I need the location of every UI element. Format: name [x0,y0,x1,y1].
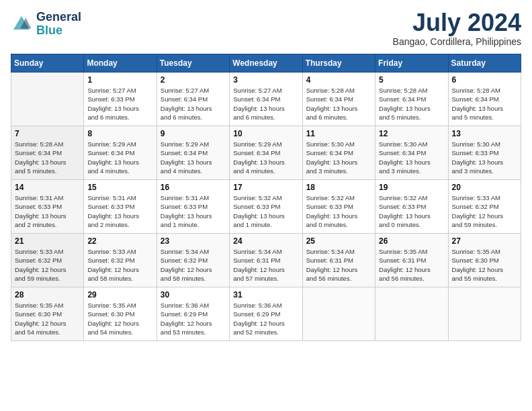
day-number: 3 [233,75,298,85]
calendar-cell: 4Sunrise: 5:28 AM Sunset: 6:34 PM Daylig… [302,73,375,126]
day-number: 21 [15,236,80,246]
week-row-5: 28Sunrise: 5:35 AM Sunset: 6:30 PM Dayli… [11,287,521,341]
week-row-2: 7Sunrise: 5:28 AM Sunset: 6:34 PM Daylig… [11,126,521,180]
day-number: 14 [15,183,80,192]
column-header-thursday: Thursday [302,54,375,73]
day-info: Sunrise: 5:31 AM Sunset: 6:33 PM Dayligh… [161,193,226,229]
calendar-cell: 29Sunrise: 5:35 AM Sunset: 6:30 PM Dayli… [84,287,157,341]
calendar-cell: 22Sunrise: 5:33 AM Sunset: 6:32 PM Dayli… [84,234,157,287]
day-info: Sunrise: 5:35 AM Sunset: 6:30 PM Dayligh… [452,247,517,283]
day-info: Sunrise: 5:36 AM Sunset: 6:29 PM Dayligh… [161,301,226,336]
calendar-cell: 28Sunrise: 5:35 AM Sunset: 6:30 PM Dayli… [11,287,84,341]
calendar-cell: 2Sunrise: 5:27 AM Sunset: 6:34 PM Daylig… [157,73,229,126]
day-number: 10 [233,129,298,138]
day-info: Sunrise: 5:32 AM Sunset: 6:33 PM Dayligh… [379,193,444,229]
day-info: Sunrise: 5:27 AM Sunset: 6:34 PM Dayligh… [161,86,226,122]
title-block: July 2024 Bangao, Cordillera, Philippine… [393,11,521,47]
column-header-friday: Friday [375,54,448,73]
day-number: 7 [15,129,80,138]
week-row-1: 1Sunrise: 5:27 AM Sunset: 6:33 PM Daylig… [11,73,521,126]
calendar-cell: 18Sunrise: 5:32 AM Sunset: 6:33 PM Dayli… [302,180,375,234]
calendar-cell [375,287,448,341]
calendar-cell: 23Sunrise: 5:34 AM Sunset: 6:32 PM Dayli… [157,234,229,287]
day-info: Sunrise: 5:27 AM Sunset: 6:34 PM Dayligh… [233,86,298,122]
day-number: 12 [379,129,444,138]
column-header-wednesday: Wednesday [230,54,302,73]
day-info: Sunrise: 5:36 AM Sunset: 6:29 PM Dayligh… [233,301,298,336]
calendar-cell: 5Sunrise: 5:28 AM Sunset: 6:34 PM Daylig… [375,73,448,126]
day-info: Sunrise: 5:30 AM Sunset: 6:34 PM Dayligh… [306,140,371,175]
day-number: 18 [306,183,371,192]
day-number: 11 [306,129,371,138]
calendar-cell: 9Sunrise: 5:29 AM Sunset: 6:34 PM Daylig… [157,126,229,180]
calendar-cell: 13Sunrise: 5:30 AM Sunset: 6:33 PM Dayli… [448,126,521,180]
day-info: Sunrise: 5:35 AM Sunset: 6:30 PM Dayligh… [15,301,80,336]
calendar-header-row: SundayMondayTuesdayWednesdayThursdayFrid… [11,54,521,73]
calendar-cell: 3Sunrise: 5:27 AM Sunset: 6:34 PM Daylig… [230,73,302,126]
column-header-saturday: Saturday [448,54,521,73]
day-info: Sunrise: 5:33 AM Sunset: 6:32 PM Dayligh… [15,247,80,283]
day-info: Sunrise: 5:34 AM Sunset: 6:31 PM Dayligh… [306,247,371,283]
day-info: Sunrise: 5:33 AM Sunset: 6:32 PM Dayligh… [452,193,517,229]
week-row-3: 14Sunrise: 5:31 AM Sunset: 6:33 PM Dayli… [11,180,521,234]
day-info: Sunrise: 5:31 AM Sunset: 6:33 PM Dayligh… [87,193,152,229]
calendar-cell: 25Sunrise: 5:34 AM Sunset: 6:31 PM Dayli… [302,234,375,287]
day-number: 28 [15,290,80,300]
day-number: 27 [452,236,517,246]
calendar-cell: 16Sunrise: 5:31 AM Sunset: 6:33 PM Dayli… [157,180,229,234]
day-number: 15 [87,183,152,192]
calendar-cell [11,73,84,126]
day-info: Sunrise: 5:32 AM Sunset: 6:33 PM Dayligh… [306,193,371,229]
calendar-cell: 30Sunrise: 5:36 AM Sunset: 6:29 PM Dayli… [157,287,229,341]
calendar-cell: 1Sunrise: 5:27 AM Sunset: 6:33 PM Daylig… [84,73,157,126]
day-info: Sunrise: 5:33 AM Sunset: 6:32 PM Dayligh… [87,247,152,283]
day-info: Sunrise: 5:34 AM Sunset: 6:31 PM Dayligh… [233,247,298,283]
logo-text: General Blue [36,11,81,38]
calendar-table: SundayMondayTuesdayWednesdayThursdayFrid… [11,54,521,341]
day-info: Sunrise: 5:32 AM Sunset: 6:33 PM Dayligh… [233,193,298,229]
day-number: 1 [87,75,152,85]
calendar-cell: 31Sunrise: 5:36 AM Sunset: 6:29 PM Dayli… [230,287,302,341]
day-number: 5 [379,75,444,85]
day-number: 29 [87,290,152,300]
day-number: 6 [452,75,517,85]
calendar-cell: 26Sunrise: 5:35 AM Sunset: 6:31 PM Dayli… [375,234,448,287]
calendar-cell [302,287,375,341]
day-info: Sunrise: 5:30 AM Sunset: 6:34 PM Dayligh… [379,140,444,175]
day-info: Sunrise: 5:29 AM Sunset: 6:34 PM Dayligh… [233,140,298,175]
column-header-sunday: Sunday [11,54,84,73]
day-number: 4 [306,75,371,85]
day-number: 30 [161,290,226,300]
calendar-cell: 15Sunrise: 5:31 AM Sunset: 6:33 PM Dayli… [84,180,157,234]
day-info: Sunrise: 5:28 AM Sunset: 6:34 PM Dayligh… [452,86,517,122]
day-number: 24 [233,236,298,246]
calendar-cell [448,287,521,341]
week-row-4: 21Sunrise: 5:33 AM Sunset: 6:32 PM Dayli… [11,234,521,287]
day-number: 16 [161,183,226,192]
day-info: Sunrise: 5:29 AM Sunset: 6:34 PM Dayligh… [161,140,226,175]
logo: General Blue [11,11,81,38]
day-number: 23 [161,236,226,246]
calendar-cell: 8Sunrise: 5:29 AM Sunset: 6:34 PM Daylig… [84,126,157,180]
day-number: 9 [161,129,226,138]
day-info: Sunrise: 5:34 AM Sunset: 6:32 PM Dayligh… [161,247,226,283]
day-info: Sunrise: 5:35 AM Sunset: 6:31 PM Dayligh… [379,247,444,283]
calendar-cell: 21Sunrise: 5:33 AM Sunset: 6:32 PM Dayli… [11,234,84,287]
day-number: 26 [379,236,444,246]
calendar-cell: 19Sunrise: 5:32 AM Sunset: 6:33 PM Dayli… [375,180,448,234]
calendar-cell: 27Sunrise: 5:35 AM Sunset: 6:30 PM Dayli… [448,234,521,287]
column-header-tuesday: Tuesday [157,54,229,73]
day-number: 17 [233,183,298,192]
calendar-cell: 12Sunrise: 5:30 AM Sunset: 6:34 PM Dayli… [375,126,448,180]
calendar-cell: 17Sunrise: 5:32 AM Sunset: 6:33 PM Dayli… [230,180,302,234]
day-info: Sunrise: 5:27 AM Sunset: 6:33 PM Dayligh… [87,86,152,122]
calendar-cell: 20Sunrise: 5:33 AM Sunset: 6:32 PM Dayli… [448,180,521,234]
day-number: 8 [87,129,152,138]
month-title: July 2024 [393,11,521,35]
location: Bangao, Cordillera, Philippines [393,36,521,47]
day-number: 2 [161,75,226,85]
day-info: Sunrise: 5:30 AM Sunset: 6:33 PM Dayligh… [452,140,517,175]
calendar-cell: 14Sunrise: 5:31 AM Sunset: 6:33 PM Dayli… [11,180,84,234]
day-info: Sunrise: 5:29 AM Sunset: 6:34 PM Dayligh… [87,140,152,175]
page-header: General Blue July 2024 Bangao, Cordiller… [11,11,521,47]
